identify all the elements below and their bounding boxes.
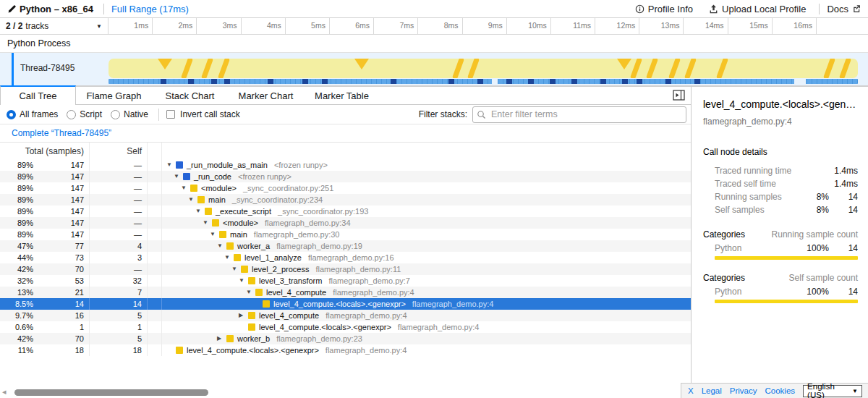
docs-button[interactable]: Docs	[827, 4, 861, 14]
frame-category-icon	[248, 323, 255, 331]
track-python-process[interactable]: Python Process	[0, 35, 868, 53]
expand-open-icon[interactable]: ▼	[224, 252, 234, 263]
language-select[interactable]: English (US) ▼	[803, 385, 862, 397]
expand-open-icon[interactable]: ▼	[166, 159, 176, 171]
sample-dark-segment	[268, 79, 273, 84]
sample-dark-segment	[322, 79, 328, 84]
sample-dark-segment	[600, 79, 606, 84]
expand-closed-icon[interactable]: ▶	[239, 310, 248, 321]
table-row[interactable]: 47%774▼worker_aflamegraph_demo.py:19	[0, 240, 691, 252]
frame-location: flamegraph_demo.py:4	[326, 310, 407, 321]
expand-open-icon[interactable]: ▼	[174, 171, 183, 182]
expand-closed-icon[interactable]: ▶	[217, 333, 226, 344]
profile-info-button[interactable]: Profile Info	[635, 4, 693, 14]
tracks-dropdown[interactable]: 2 / 2 tracks ▼	[0, 18, 109, 34]
sidebar-category-section: CategoriesRunning sample countPython100%…	[703, 228, 858, 260]
sample-dark-segment	[448, 79, 454, 84]
expand-open-icon[interactable]: ▼	[210, 229, 219, 240]
expand-open-icon[interactable]: ▼	[231, 263, 241, 275]
tab-marker-table[interactable]: Marker Table	[304, 87, 380, 105]
table-row[interactable]: 32%5332▼level_3_transformflamegraph_demo…	[0, 275, 691, 287]
chevron-down-icon: ▼	[96, 23, 102, 30]
expand-open-icon[interactable]: ▼	[239, 275, 248, 287]
radio-label: Native	[124, 109, 148, 119]
table-row[interactable]: 89%147—▼_run_code<frozen runpy>	[0, 171, 691, 182]
expand-open-icon[interactable]: ▼	[203, 217, 212, 229]
tab-stack-chart[interactable]: Stack Chart	[152, 87, 228, 105]
upload-profile-button[interactable]: Upload Local Profile	[709, 4, 806, 14]
table-row[interactable]: 11%1818level_4_compute.<locals>.<genexpr…	[0, 344, 691, 356]
checkbox-box[interactable]	[166, 110, 175, 119]
invert-call-stack-checkbox[interactable]: Invert call stack	[166, 109, 240, 119]
tab-flame-graph[interactable]: Flame Graph	[76, 87, 152, 105]
frame-category-icon	[226, 335, 234, 342]
call-tree-panel: Call TreeFlame GraphStack ChartMarker Ch…	[0, 85, 692, 398]
category-percent: 100%	[796, 287, 829, 297]
radio-circle[interactable]	[67, 110, 76, 119]
track-thread[interactable]: Thread-78495	[0, 53, 868, 85]
table-row[interactable]: 89%147—▼<module>_sync_coordinator.py:251	[0, 182, 691, 194]
frame-name: level_1_analyze	[244, 252, 302, 263]
row-total-percent: 47%	[0, 240, 33, 252]
tab-marker-chart[interactable]: Marker Chart	[228, 87, 304, 105]
sample-dark-segment	[506, 79, 512, 84]
table-row[interactable]: 89%147—▼<module>flamegraph_demo.py:34	[0, 217, 691, 229]
radio-all-frames[interactable]: All frames	[7, 109, 58, 119]
frame-name: main	[230, 229, 247, 240]
radio-circle[interactable]	[111, 110, 120, 119]
col-self-header[interactable]: Self	[90, 143, 148, 159]
frame-name: level_3_transform	[259, 275, 322, 287]
pencil-icon[interactable]	[7, 4, 17, 14]
category-item: Python100%14	[703, 242, 858, 254]
external-link-icon	[852, 4, 861, 13]
metric-percent: 8%	[796, 205, 829, 215]
expand-open-icon[interactable]: ▼	[188, 194, 197, 206]
ruler-tick: 11ms	[551, 18, 595, 34]
row-total-percent: 89%	[0, 229, 33, 240]
footer-link-cookies[interactable]: Cookies	[765, 386, 796, 395]
breadcrumb[interactable]: Complete “Thread-78495”	[12, 128, 111, 138]
col-total-header[interactable]: Total (samples)	[0, 146, 89, 156]
footer-link-x[interactable]: X	[688, 386, 694, 395]
expand-open-icon[interactable]: ▼	[246, 287, 255, 298]
row-self-samples: 5	[90, 310, 148, 321]
table-row[interactable]: 0.6%11level_4_compute.<locals>.<genexpr>…	[0, 321, 691, 333]
full-range-link[interactable]: Full Range (17ms)	[111, 4, 189, 14]
radio-native[interactable]: Native	[111, 109, 148, 119]
row-total-samples: 147	[33, 194, 89, 206]
frame-name: _run_module_as_main	[187, 159, 268, 171]
horizontal-scrollbar[interactable]	[14, 389, 208, 396]
table-row[interactable]: 89%147—▼mainflamegraph_demo.py:30	[0, 229, 691, 240]
footer-link-privacy[interactable]: Privacy	[730, 386, 757, 395]
thread-activity-canvas[interactable]	[109, 53, 858, 85]
tab-call-tree[interactable]: Call Tree	[0, 85, 76, 105]
table-row[interactable]: 13%217▼level_4_computeflamegraph_demo.py…	[0, 287, 691, 298]
expand-open-icon[interactable]: ▼	[217, 240, 226, 252]
category-percent: 100%	[796, 243, 829, 253]
footer-link-legal[interactable]: Legal	[702, 386, 722, 395]
table-row[interactable]: 89%147—▼_execute_script_sync_coordinator…	[0, 206, 691, 217]
sidebar-toggle-icon[interactable]	[673, 90, 685, 103]
row-self-samples: —	[90, 217, 148, 229]
table-row[interactable]: 9.7%165▶level_4_computeflamegraph_demo.p…	[0, 310, 691, 321]
row-total-percent: 89%	[0, 182, 33, 194]
category-value: 14	[829, 287, 858, 297]
table-row[interactable]: 89%147—▼_run_module_as_main<frozen runpy…	[0, 159, 691, 171]
radio-script[interactable]: Script	[67, 109, 102, 119]
table-row[interactable]: 8.5%1414level_4_compute.<locals>.<genexp…	[0, 298, 691, 310]
expand-open-icon[interactable]: ▼	[181, 182, 190, 194]
table-row[interactable]: 44%733▼level_1_analyzeflamegraph_demo.py…	[0, 252, 691, 263]
table-header: Total (samples) Self	[0, 142, 691, 159]
scroll-left-arrow[interactable]: ◂	[2, 387, 7, 397]
radio-circle[interactable]	[7, 110, 16, 119]
table-row[interactable]: 89%147—▼main_sync_coordinator.py:234	[0, 194, 691, 206]
row-self-samples: 3	[90, 252, 148, 263]
expand-open-icon[interactable]: ▼	[195, 206, 205, 217]
search-input[interactable]	[472, 106, 686, 123]
metric-value: 14	[829, 205, 858, 215]
table-row[interactable]: 42%705▶worker_bflamegraph_demo.py:23	[0, 333, 691, 344]
category-name: Python	[703, 243, 796, 253]
sample-dark-segment	[477, 79, 483, 84]
table-row[interactable]: 42%70—▼level_2_processflamegraph_demo.py…	[0, 263, 691, 275]
sample-dark-segment	[211, 79, 217, 84]
